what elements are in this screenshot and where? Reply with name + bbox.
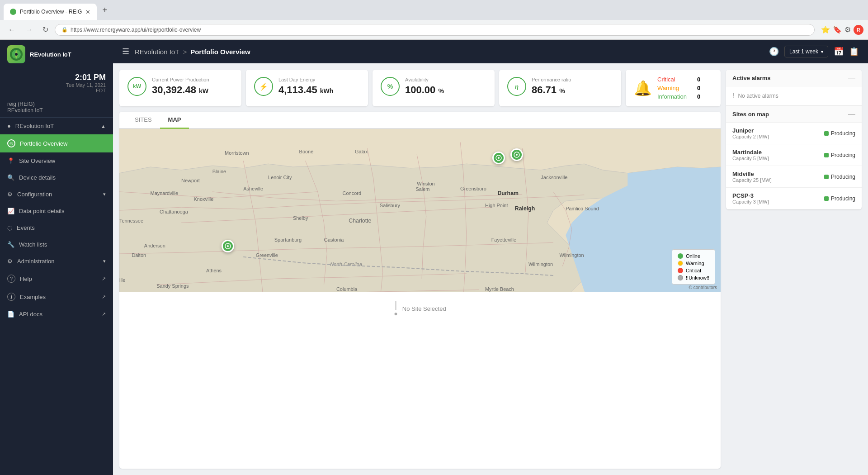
collapse-alarms-icon[interactable]: — xyxy=(848,74,855,81)
current-time: 2:01 PM xyxy=(7,73,106,82)
svg-text:Charlotte: Charlotte xyxy=(349,218,371,224)
site-name: Midville xyxy=(732,171,820,177)
external-link-icon-3: ↗ xyxy=(102,311,106,317)
browser-tab[interactable]: Portfolio Overview - REIG ✕ xyxy=(4,4,97,20)
sites-on-map-title: Sites on map xyxy=(732,111,769,118)
collapse-sites-icon[interactable]: — xyxy=(848,110,855,118)
sidebar-item-site-overview[interactable]: 📍 Site Overview xyxy=(0,152,113,169)
map-marker-2[interactable] xyxy=(510,148,523,161)
reload-button[interactable]: ↻ xyxy=(39,24,52,36)
alarm-clock-icon[interactable]: 🕐 xyxy=(769,47,779,57)
status-dot-icon xyxy=(824,153,829,157)
nav-label: Events xyxy=(17,224,35,231)
search-icon: 🔍 xyxy=(7,174,14,181)
svg-text:Winston: Winston xyxy=(417,181,435,186)
sidebar-item-examples[interactable]: ℹ Examples ↗ xyxy=(0,288,113,306)
site-capacity: Capacity 3 [MW] xyxy=(732,199,820,204)
site-info: Martindale Capacity 5 [MW] xyxy=(732,149,820,161)
address-bar[interactable]: 🔒 https://www.renergyware.app/ui/reig/po… xyxy=(55,24,815,36)
metric-label: Performance ratio xyxy=(532,77,571,82)
tabs-bar: SITES MAP xyxy=(119,112,721,129)
sidebar-item-data-point-details[interactable]: 📈 Data point details xyxy=(0,203,113,219)
back-button[interactable]: ← xyxy=(5,24,19,36)
site-item-martindale[interactable]: Martindale Capacity 5 [MW] Producing xyxy=(726,144,862,166)
browser-action-1[interactable]: ⭐ xyxy=(821,25,830,34)
performance-icon: η xyxy=(507,77,526,96)
wrench-icon: 🔧 xyxy=(7,241,14,248)
svg-text:Morristown: Morristown xyxy=(225,150,249,156)
browser-chrome: Portfolio Overview - REIG ✕ + xyxy=(0,0,868,20)
svg-text:Fayetteville: Fayetteville xyxy=(491,237,516,242)
metric-card-performance-ratio: η Performance ratio 86.71 % xyxy=(499,70,621,106)
time-range-selector[interactable]: Last 1 week ▾ xyxy=(784,46,828,57)
breadcrumb-sep: > xyxy=(183,48,187,56)
svg-point-2 xyxy=(15,53,18,56)
svg-text:Wilmington: Wilmington xyxy=(560,252,584,258)
user-line2: REvolution IoT xyxy=(7,107,106,114)
svg-text:Jacksonville: Jacksonville xyxy=(541,175,567,180)
tab-close-icon[interactable]: ✕ xyxy=(85,9,90,15)
svg-text:Anderson: Anderson xyxy=(144,243,165,248)
svg-text:Tennessee: Tennessee xyxy=(119,218,143,223)
external-link-icon: ↗ xyxy=(102,276,106,282)
tab-map[interactable]: MAP xyxy=(160,112,189,129)
sidebar-header: REvolution IoT xyxy=(0,40,113,69)
bell-icon: 🔔 xyxy=(634,80,652,97)
nav-label: Data point details xyxy=(19,208,64,214)
status-dot-icon xyxy=(824,196,829,201)
site-item-pcsp3[interactable]: PCSP-3 Capacity 3 [MW] Producing xyxy=(726,188,862,209)
online-dot xyxy=(678,253,683,259)
alert-critical-row: Critical 0 xyxy=(657,76,700,83)
svg-text:Greenville: Greenville xyxy=(256,252,278,258)
sidebar-item-portfolio-overview[interactable]: ◎ Portfolio Overview xyxy=(0,134,113,152)
external-link-icon-2: ↗ xyxy=(102,294,106,300)
metric-label: Availability xyxy=(405,77,444,82)
nav-label: Administration xyxy=(17,258,54,265)
svg-text:Knoxville: Knoxville xyxy=(194,196,214,202)
sidebar-item-help[interactable]: ? Help ↗ xyxy=(0,270,113,288)
site-status-pcsp3: Producing xyxy=(824,195,855,202)
metric-card-availability: % Availability 100.00 % xyxy=(373,70,495,106)
forward-button[interactable]: → xyxy=(22,24,36,36)
nav-label: Configuration xyxy=(17,191,52,198)
map-marker-3[interactable] xyxy=(222,240,234,252)
legend-item-critical: Critical xyxy=(678,268,709,273)
site-item-midville[interactable]: Midville Capacity 25 [MW] Producing xyxy=(726,166,862,188)
tab-sites[interactable]: SITES xyxy=(127,112,160,129)
sidebar-item-watch-lists[interactable]: 🔧 Watch lists xyxy=(0,236,113,253)
nav-label: Site Overview xyxy=(19,157,55,164)
site-capacity: Capacity 2 [MW] xyxy=(732,134,820,139)
sidebar-item-events[interactable]: ◌ Events xyxy=(0,219,113,236)
tab-favicon xyxy=(10,9,16,15)
sidebar-item-configuration[interactable]: ⚙ Configuration ▾ xyxy=(0,186,113,203)
address-lock-icon: 🔒 xyxy=(61,27,68,33)
sidebar-brand: REvolution IoT xyxy=(30,51,71,58)
hamburger-menu-icon[interactable]: ☰ xyxy=(122,47,129,57)
sidebar-item-revolution-iot[interactable]: ● REvolution IoT ▲ xyxy=(0,118,113,134)
sidebar-item-device-details[interactable]: 🔍 Device details xyxy=(0,169,113,186)
sidebar-item-administration[interactable]: ⚙ Administration ▾ xyxy=(0,253,113,270)
map-marker-1[interactable] xyxy=(492,152,505,164)
right-panel: Active alarms — ! No active alarms Sites… xyxy=(726,70,862,209)
no-site-panel: | ● No Site Selected xyxy=(119,292,721,325)
active-alarms-header: Active alarms — xyxy=(726,70,862,86)
browser-action-3[interactable]: ⚙ xyxy=(844,25,851,34)
no-active-alarms-text: No active alarms xyxy=(738,93,778,99)
new-tab-button[interactable]: + xyxy=(99,4,111,17)
alert-info-row: Information 0 xyxy=(657,93,700,100)
breadcrumb: REvolution IoT > Portfolio Overview xyxy=(135,48,250,56)
svg-text:Newport: Newport xyxy=(181,178,200,183)
svg-text:High Point: High Point xyxy=(485,203,508,208)
legend-item-warning: Warning xyxy=(678,261,709,266)
critical-label: Critical xyxy=(657,76,693,83)
export-icon[interactable]: 📋 xyxy=(849,47,859,57)
browser-action-2[interactable]: 🔖 xyxy=(833,25,842,34)
svg-text:Chattanooga: Chattanooga xyxy=(160,209,189,214)
site-item-juniper[interactable]: Juniper Capacity 2 [MW] Producing xyxy=(726,123,862,144)
current-date: Tue May 11, 2021 xyxy=(7,82,106,88)
calendar-icon[interactable]: 📅 xyxy=(834,47,844,57)
sidebar-item-api-docs[interactable]: 📄 API docs ↗ xyxy=(0,306,113,323)
nav-label: Examples xyxy=(20,294,46,300)
svg-text:Lenoir City: Lenoir City xyxy=(268,175,292,180)
svg-text:Greensboro: Greensboro xyxy=(460,186,486,191)
